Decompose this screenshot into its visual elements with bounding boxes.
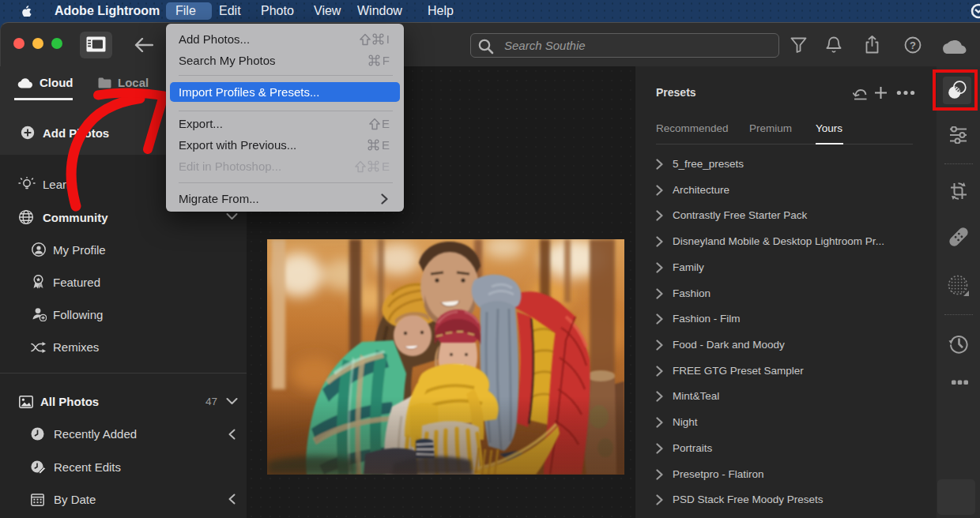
svg-text:?: ? — [910, 39, 916, 51]
